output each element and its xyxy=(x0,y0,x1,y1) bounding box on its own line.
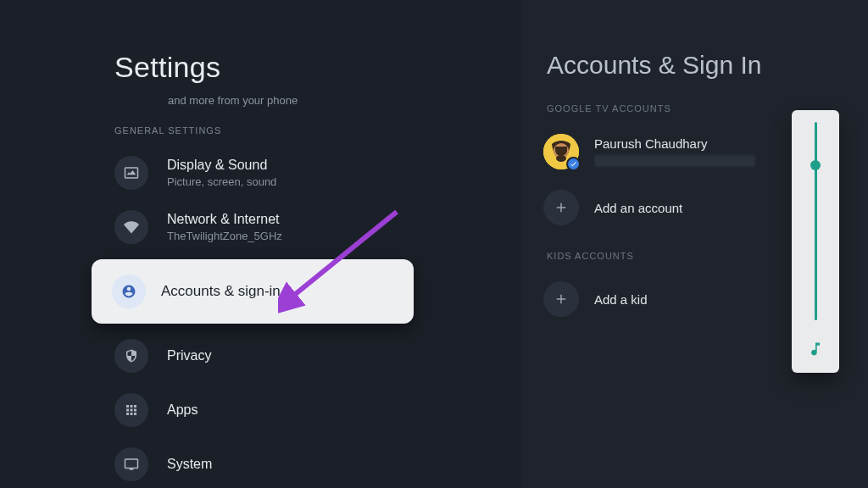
item-label: Apps xyxy=(167,402,198,418)
item-sublabel: TheTwilightZone_5GHz xyxy=(167,230,282,242)
add-kid-label: Add a kid xyxy=(594,292,648,307)
volume-slider[interactable] xyxy=(792,110,839,373)
settings-item-display-sound[interactable]: Display & Sound Picture, screen, sound xyxy=(114,147,521,202)
verified-check-icon xyxy=(566,157,581,171)
item-sublabel: Picture, screen, sound xyxy=(167,175,276,188)
settings-subtext: and more from your phone xyxy=(168,94,521,107)
item-label: Network & Internet xyxy=(167,212,282,227)
shield-icon xyxy=(114,339,148,373)
settings-item-system[interactable]: System xyxy=(114,439,521,488)
wifi-icon xyxy=(114,210,148,244)
music-note-icon xyxy=(807,341,824,361)
accounts-title: Accounts & Sign In xyxy=(547,51,868,80)
general-settings-label: GENERAL SETTINGS xyxy=(114,125,521,136)
svg-point-2 xyxy=(556,155,566,162)
plus-icon xyxy=(543,190,579,225)
settings-item-accounts[interactable]: Accounts & sign-in xyxy=(92,259,414,324)
tv-icon xyxy=(114,447,148,481)
item-label: System xyxy=(167,457,212,472)
image-icon xyxy=(114,156,148,190)
plus-icon xyxy=(543,281,579,317)
account-circle-icon xyxy=(112,274,146,308)
account-name: Paurush Chaudhary xyxy=(594,136,755,151)
add-account-label: Add an account xyxy=(594,201,682,215)
item-label: Display & Sound xyxy=(167,158,276,173)
page-title: Settings xyxy=(114,51,521,84)
item-label: Privacy xyxy=(167,348,211,363)
apps-grid-icon xyxy=(114,393,148,427)
settings-item-apps[interactable]: Apps xyxy=(114,385,521,439)
volume-thumb[interactable] xyxy=(810,160,821,170)
avatar xyxy=(543,134,579,169)
settings-item-network[interactable]: Network & Internet TheTwilightZone_5GHz xyxy=(114,202,521,256)
settings-panel: Settings and more from your phone GENERA… xyxy=(0,0,521,488)
item-label: Accounts & sign-in xyxy=(161,283,281,300)
account-email-redacted xyxy=(594,155,755,167)
settings-item-privacy[interactable]: Privacy xyxy=(114,330,521,385)
volume-track[interactable] xyxy=(815,122,817,320)
